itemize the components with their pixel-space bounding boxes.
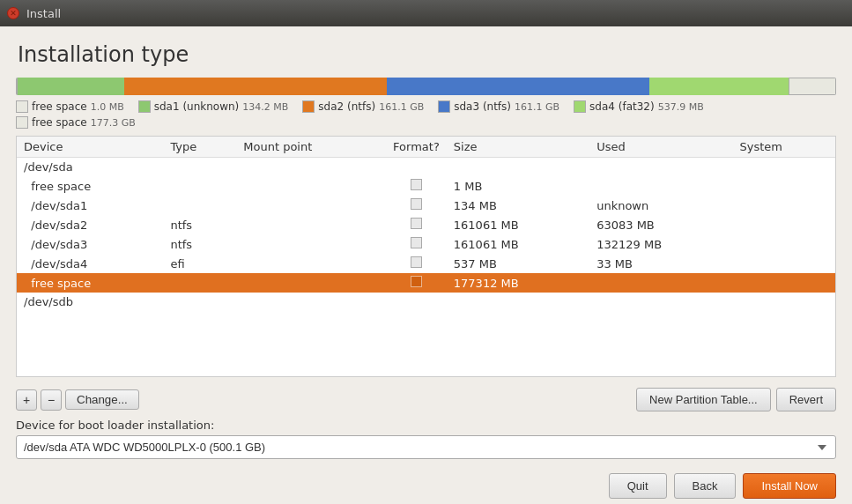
partition-bar-container: free space 1.0 MB sda1 (unknown) 134.2 M… bbox=[16, 78, 836, 129]
table-row[interactable]: /dev/sda4 efi 537 MB 33 MB bbox=[17, 254, 835, 273]
col-type: Type bbox=[163, 137, 236, 158]
legend-sda3: sda3 (ntfs) 161.1 GB bbox=[438, 100, 559, 113]
seg-sda1 bbox=[18, 78, 124, 95]
col-size: Size bbox=[447, 137, 589, 158]
seg-sda4 bbox=[649, 78, 789, 95]
legend-sda2: sda2 (ntfs) 161.1 GB bbox=[302, 100, 424, 113]
col-device: Device bbox=[17, 137, 163, 158]
change-button[interactable]: Change... bbox=[65, 389, 139, 410]
legend-sda4: sda4 (fat32) 537.9 MB bbox=[574, 100, 704, 113]
quit-button[interactable]: Quit bbox=[609, 473, 667, 499]
content-area: free space 1.0 MB sda1 (unknown) 134.2 M… bbox=[0, 78, 852, 504]
table-row-selected[interactable]: free space 177312 MB bbox=[17, 273, 835, 293]
col-mount: Mount point bbox=[236, 137, 386, 158]
legend-free2: free space 177.3 GB bbox=[16, 116, 136, 129]
main-window: Installation type free space 1.0 MB bbox=[0, 26, 852, 504]
table-row[interactable]: /dev/sda3 ntfs 161061 MB 132129 MB bbox=[17, 234, 835, 254]
new-partition-table-button[interactable]: New Partition Table... bbox=[636, 388, 771, 411]
col-format: Format? bbox=[386, 137, 447, 158]
add-partition-button[interactable]: + bbox=[16, 389, 37, 411]
partition-table: Device Type Mount point Format? Size Use… bbox=[16, 136, 836, 377]
table-row[interactable]: /dev/sda2 ntfs 161061 MB 63083 MB bbox=[17, 215, 835, 234]
right-buttons: New Partition Table... Revert bbox=[636, 388, 836, 411]
table-row[interactable]: /dev/sdb bbox=[17, 293, 835, 311]
revert-button[interactable]: Revert bbox=[776, 388, 836, 411]
window-title: Install bbox=[26, 7, 61, 20]
bootloader-select[interactable]: /dev/sda ATA WDC WD5000LPLX-0 (500.1 GB) bbox=[16, 435, 836, 459]
bootloader-label: Device for boot loader installation: bbox=[16, 419, 836, 432]
partition-bar bbox=[16, 78, 836, 95]
page-title-bar: Installation type bbox=[0, 26, 852, 78]
legend-sda1: sda1 (unknown) 134.2 MB bbox=[138, 100, 289, 113]
seg-free2 bbox=[789, 78, 836, 95]
seg-sda3 bbox=[387, 78, 649, 95]
remove-partition-button[interactable]: − bbox=[41, 389, 62, 411]
close-button[interactable]: ✕ bbox=[7, 7, 19, 19]
install-now-button[interactable]: Install Now bbox=[743, 473, 836, 499]
col-system: System bbox=[733, 137, 835, 158]
table-row[interactable]: /dev/sda1 134 MB unknown bbox=[17, 196, 835, 215]
legend-free1: free space 1.0 MB bbox=[16, 100, 124, 113]
table-header-row: Device Type Mount point Format? Size Use… bbox=[17, 137, 835, 158]
final-buttons: Quit Back Install Now bbox=[16, 466, 836, 504]
bottom-controls: + − Change... New Partition Table... Rev… bbox=[16, 384, 836, 415]
table-row[interactable]: free space 1 MB bbox=[17, 176, 835, 196]
seg-sda2 bbox=[124, 78, 387, 95]
page-title: Installation type bbox=[18, 42, 834, 67]
partition-legend: free space 1.0 MB sda1 (unknown) 134.2 M… bbox=[16, 100, 836, 129]
table-row[interactable]: /dev/sda bbox=[17, 158, 835, 177]
back-button[interactable]: Back bbox=[674, 473, 737, 499]
col-used: Used bbox=[589, 137, 732, 158]
title-bar: ✕ Install bbox=[0, 0, 852, 26]
